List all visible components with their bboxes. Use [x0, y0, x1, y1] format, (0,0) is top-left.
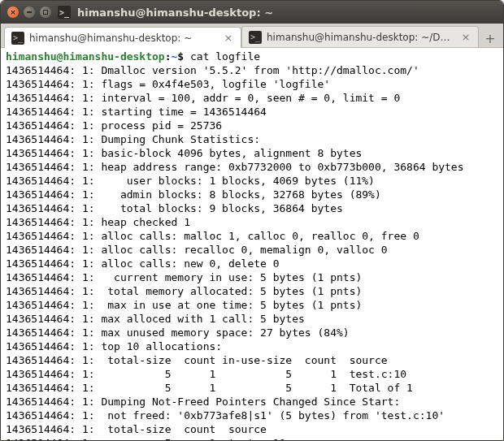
square-glyph — [43, 10, 48, 15]
output-line: 1436514464: 1: alloc calls: new 0, delet… — [6, 257, 498, 270]
output-line: 1436514464: 1: 5 1 5 1 Total of 1 — [6, 381, 498, 395]
output-line: 1436514464: 1: heap address range: 0xb77… — [6, 160, 498, 174]
output-line: 1436514464: 1: top 10 allocations: — [6, 339, 498, 353]
tab-1[interactable]: >_ himanshu@himanshu-desktop: ~ × — [4, 27, 241, 48]
output-line: 1436514464: 1: admin blocks: 8 blocks, 3… — [6, 188, 498, 201]
terminal-pane[interactable]: himanshu@himanshu-desktop:~$ cat logfile… — [1, 48, 503, 440]
output-line: 1436514464: 1: user blocks: 1 blocks, 40… — [6, 174, 498, 188]
command-text: cat logfile — [190, 50, 260, 63]
close-icon[interactable]: × — [7, 6, 19, 18]
output-line: 1436514464: 1: max unused memory space: … — [6, 326, 498, 339]
terminal-app-icon: >_ — [58, 6, 71, 19]
x-glyph: × — [10, 9, 16, 16]
terminal-window: × >_ himanshu@himanshu-desktop: ~ >_ him… — [0, 0, 504, 441]
window-buttons: × — [7, 6, 51, 18]
output-line: 1436514464: 1: Dmalloc version '5.5.2' f… — [6, 63, 498, 77]
output-line: 1436514464: 1: basic-block 4096 bytes, a… — [6, 146, 498, 160]
prompt-sigil: $ — [177, 50, 190, 63]
output-line: 1436514464: 1: max in use at one time: 5… — [6, 298, 498, 312]
output-line: 1436514464: 1: Dumping Chunk Statistics: — [6, 132, 498, 146]
output-line: 1436514464: 1: Dumping Not-Freed Pointer… — [6, 395, 498, 409]
output-line: 1436514464: 1: 5 1 5 1 test.c:10 — [6, 367, 498, 381]
dash-glyph — [27, 11, 32, 13]
output-line: 1436514464: 1: total-size count in-use-s… — [6, 353, 498, 367]
output-line: 1436514464: 1: starting time = 143651446… — [6, 105, 498, 119]
tab-2[interactable]: >_ himanshu@himanshu-desktop: ~/Download… — [241, 26, 479, 47]
output-line: 1436514464: 1: alloc calls: recalloc 0, … — [6, 243, 498, 257]
output-line: 1436514464: 1: current memory in use: 5 … — [6, 270, 498, 284]
tab-label: himanshu@himanshu-desktop: ~ — [29, 32, 218, 44]
tab-label: himanshu@himanshu-desktop: ~/Downloads/.… — [267, 32, 455, 43]
terminal-app-icon: >_ — [249, 31, 262, 44]
output-line: 1436514464: 1: total memory allocated: 5… — [6, 284, 498, 298]
prompt-line: himanshu@himanshu-desktop:~$ cat logfile — [6, 50, 498, 63]
output-line: 1436514464: 1: total blocks: 9 blocks, 3… — [6, 201, 498, 215]
titlebar: × >_ himanshu@himanshu-desktop: ~ — [1, 1, 503, 24]
tab-bar: >_ himanshu@himanshu-desktop: ~ × >_ him… — [1, 24, 503, 48]
output-line: 1436514464: 1: 5 1 test.c:10 — [6, 436, 498, 440]
output-line: 1436514464: 1: alloc calls: malloc 1, ca… — [6, 229, 498, 243]
maximize-icon[interactable] — [40, 6, 51, 18]
output-line: 1436514464: 1: total-size count source — [6, 422, 498, 436]
output-line: 1436514464: 1: interval = 100, addr = 0,… — [6, 91, 498, 105]
window-title: himanshu@himanshu-desktop: ~ — [77, 6, 273, 19]
close-icon[interactable]: × — [460, 32, 471, 42]
minimize-icon[interactable] — [24, 6, 35, 18]
output-line: 1436514464: 1: max alloced with 1 call: … — [6, 312, 498, 326]
add-tab-button[interactable]: + — [480, 29, 500, 47]
output-line: 1436514464: 1: not freed: '0xb773afe8|s1… — [6, 409, 498, 422]
output-line: 1436514464: 1: process pid = 25736 — [6, 119, 498, 132]
terminal-app-icon: >_ — [11, 32, 24, 45]
output-line: 1436514464: 1: heap checked 1 — [6, 215, 498, 229]
output-line: 1436514464: 1: flags = 0x4f4e503, logfil… — [6, 77, 498, 91]
prompt-sep: : — [165, 50, 172, 63]
close-icon[interactable]: × — [223, 32, 234, 43]
prompt-user-host: himanshu@himanshu-desktop — [6, 50, 165, 63]
